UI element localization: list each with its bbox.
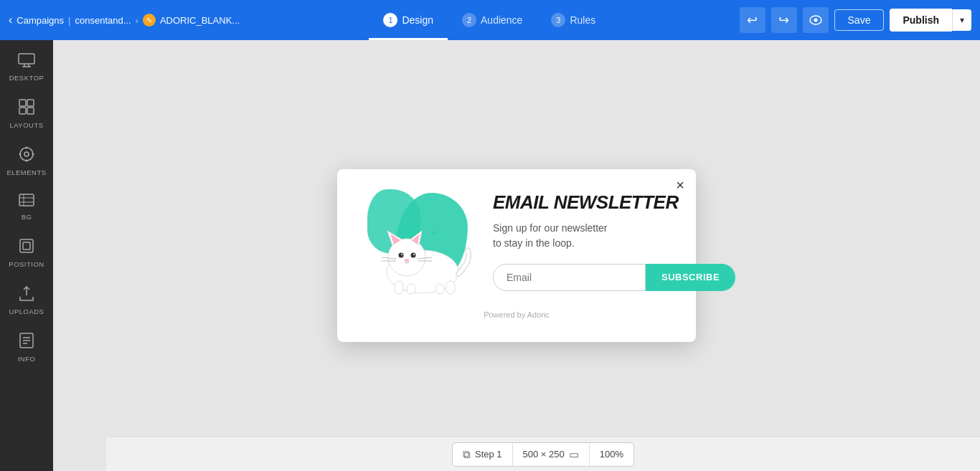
undo-button[interactable]: ↩ xyxy=(740,7,765,33)
popup-text-area: EMAIL NEWSLETTER Sign up for our newslet… xyxy=(493,189,735,291)
tab-design-num: 1 xyxy=(383,13,397,27)
breadcrumb-separator: | xyxy=(68,15,70,26)
svg-rect-6 xyxy=(19,100,26,106)
svg-rect-9 xyxy=(27,108,34,114)
popup-modal: × xyxy=(337,169,696,342)
svg-point-1 xyxy=(814,19,817,22)
breadcrumb: ‹ Campaigns | consentand... › ✎ ADORIC_B… xyxy=(9,14,240,27)
step-icon: ⧉ xyxy=(463,448,471,461)
campaigns-link[interactable]: Campaigns xyxy=(17,15,64,26)
sidebar-item-layouts[interactable]: LAYOUTS xyxy=(0,92,53,136)
svg-rect-28 xyxy=(407,284,415,294)
layouts-icon xyxy=(19,99,34,118)
sidebar: DESKTOP LAYOUTS ELEMENTS BG POSITION xyxy=(0,40,53,471)
sidebar-item-position-label: POSITION xyxy=(9,260,44,268)
popup-subtitle: Sign up for our newsletterto stay in the… xyxy=(493,221,735,251)
tab-audience-num: 2 xyxy=(462,13,476,27)
sidebar-item-elements[interactable]: ELEMENTS xyxy=(0,139,53,184)
cat-illustration: ✦ xyxy=(367,218,479,297)
svg-rect-21 xyxy=(23,242,30,249)
bg-icon xyxy=(19,194,34,210)
svg-point-37 xyxy=(411,253,416,258)
zoom-indicator[interactable]: 100% xyxy=(590,444,633,465)
redo-button[interactable]: ↪ xyxy=(771,7,797,33)
screen-icon: ▭ xyxy=(569,448,579,461)
email-input[interactable] xyxy=(493,264,646,291)
sidebar-item-info-label: INFO xyxy=(18,355,36,363)
popup-form: SUBSCRIBE xyxy=(493,264,735,291)
uploads-icon xyxy=(19,285,34,305)
info-icon xyxy=(19,333,34,352)
svg-point-13 xyxy=(26,160,28,162)
sidebar-item-uploads[interactable]: UPLOADS xyxy=(0,278,53,323)
main-area: DESKTOP LAYOUTS ELEMENTS BG POSITION xyxy=(0,40,980,471)
popup-wrapper: × xyxy=(337,169,696,342)
step-label: Step 1 xyxy=(475,449,502,460)
svg-point-10 xyxy=(20,148,33,161)
svg-rect-20 xyxy=(20,239,33,252)
publish-button[interactable]: Publish xyxy=(890,9,952,32)
svg-point-40 xyxy=(405,259,409,262)
svg-rect-2 xyxy=(19,54,34,64)
sidebar-item-info[interactable]: INFO xyxy=(0,325,53,370)
save-button[interactable]: Save xyxy=(834,9,885,31)
subscribe-button[interactable]: SUBSCRIBE xyxy=(646,264,735,291)
campaign-name[interactable]: ADORIC_BLANK... xyxy=(160,15,240,26)
zoom-value: 100% xyxy=(600,449,623,460)
topbar: ‹ Campaigns | consentand... › ✎ ADORIC_B… xyxy=(0,0,980,40)
svg-rect-16 xyxy=(19,194,34,206)
bottom-bar-inner: ⧉ Step 1 500 × 250 ▭ 100% xyxy=(452,442,634,467)
popup-title: EMAIL NEWSLETTER xyxy=(493,192,735,214)
svg-text:✦: ✦ xyxy=(430,228,438,238)
powered-by-label: Powered by Adoric xyxy=(360,310,673,319)
tab-navigation: 1 Design 2 Audience 3 Rules xyxy=(245,0,733,40)
bottom-bar: ⧉ Step 1 500 × 250 ▭ 100% xyxy=(106,437,980,471)
tab-rules-num: 3 xyxy=(551,13,565,27)
campaign-status-icon: ✎ xyxy=(143,14,156,27)
svg-rect-8 xyxy=(19,108,26,114)
sidebar-item-bg[interactable]: BG xyxy=(0,186,53,228)
sidebar-item-elements-label: ELEMENTS xyxy=(6,168,46,176)
topbar-actions: ↩ ↪ Save Publish ▾ xyxy=(740,7,971,33)
tab-design-label: Design xyxy=(402,14,433,26)
tab-audience-label: Audience xyxy=(481,14,522,26)
sidebar-item-desktop[interactable]: DESKTOP xyxy=(0,46,53,89)
tab-design[interactable]: 1 Design xyxy=(369,0,448,40)
svg-rect-7 xyxy=(27,100,34,106)
tab-rules[interactable]: 3 Rules xyxy=(537,0,610,40)
back-button[interactable]: ‹ xyxy=(9,14,12,27)
popup-close-button[interactable]: × xyxy=(676,178,684,192)
svg-rect-27 xyxy=(395,281,403,294)
publish-group: Publish ▾ xyxy=(890,9,971,32)
svg-rect-30 xyxy=(446,281,455,294)
breadcrumb-arrow: › xyxy=(136,15,138,26)
dimensions-value: 500 × 250 xyxy=(523,449,565,460)
svg-rect-29 xyxy=(435,284,444,294)
svg-point-36 xyxy=(399,253,404,258)
svg-point-11 xyxy=(24,152,29,156)
sidebar-item-uploads-label: UPLOADS xyxy=(9,308,44,315)
elements-icon xyxy=(19,146,34,166)
dimensions-indicator: 500 × 250 ▭ xyxy=(513,443,590,466)
publish-dropdown-button[interactable]: ▾ xyxy=(952,9,971,31)
popup-illustration: ✦ xyxy=(360,189,479,300)
breadcrumb-site[interactable]: consentand... xyxy=(75,15,131,26)
canvas: × xyxy=(53,40,980,471)
svg-point-15 xyxy=(32,153,34,156)
sidebar-item-position[interactable]: POSITION xyxy=(0,231,53,275)
svg-point-14 xyxy=(19,153,22,156)
popup-content: ✦ EMAIL NEWSLETTER Sign up for our newsl… xyxy=(360,189,673,300)
svg-point-38 xyxy=(401,254,402,255)
sidebar-item-layouts-label: LAYOUTS xyxy=(9,121,43,129)
tab-audience[interactable]: 2 Audience xyxy=(448,0,537,40)
sidebar-item-bg-label: BG xyxy=(22,213,32,221)
svg-point-12 xyxy=(26,147,28,149)
step-indicator: ⧉ Step 1 xyxy=(453,443,513,466)
sidebar-item-desktop-label: DESKTOP xyxy=(9,74,44,82)
desktop-icon xyxy=(18,53,35,71)
position-icon xyxy=(19,238,34,257)
svg-point-39 xyxy=(413,254,415,255)
preview-button[interactable] xyxy=(803,7,829,33)
tab-rules-label: Rules xyxy=(570,14,595,26)
